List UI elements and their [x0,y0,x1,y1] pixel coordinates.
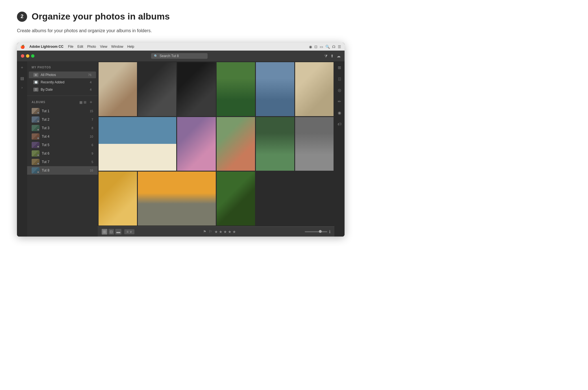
album-item-tut7[interactable]: Tut 7 5 [27,158,98,166]
sidebar-divider [27,96,98,96]
albums-list-icon[interactable]: ⊞ [84,100,86,104]
menu-photo[interactable]: Photo [87,45,96,49]
add-icon[interactable]: ＋ [19,64,25,71]
star-3[interactable]: ★ [223,229,227,234]
brush-icon[interactable]: ✏ [336,98,343,105]
star-1[interactable]: ★ [214,229,218,234]
star-2[interactable]: ★ [219,229,223,234]
main-content: ⊞ ⊟ ▬ ≡ ∨ ⚑ ⚐ ★ ★ ★ ★ ★ [98,61,334,237]
square-view-icon[interactable]: ⊟ [108,229,114,235]
sidebar-item-by-date[interactable]: ☰ By Date 4 [29,86,96,93]
sidebar-item-recently-added[interactable]: 🕐 Recently Added 4 [29,79,96,86]
photo-cell-3[interactable] [177,62,215,116]
tag-icon[interactable]: 🏷 [336,121,343,127]
minimize-button[interactable] [26,54,29,58]
album-badge-tut1 [37,112,39,114]
cloud-icon[interactable]: ☁ [337,54,341,58]
album-badge-tut5 [37,146,39,148]
photo-cell-12[interactable] [99,172,137,226]
traffic-lights [21,54,34,58]
photo-cell-2[interactable] [138,62,176,116]
photo-cell-6[interactable] [295,62,334,116]
album-item-tut3[interactable]: Tut 3 8 [27,124,98,132]
menu-edit[interactable]: Edit [77,45,83,49]
photo-cell-1[interactable] [99,62,137,116]
bottom-view-icons: ⊞ ⊟ ▬ [102,229,121,235]
bottom-center: ⚑ ⚐ ★ ★ ★ ★ ★ [137,229,302,234]
by-date-count: 4 [90,88,92,91]
album-item-tut1[interactable]: Tut 1 15 [27,107,98,115]
recently-added-label: Recently Added [41,80,88,84]
album-badge-tut7 [37,162,39,165]
list-menu-icon: ☰ [338,45,341,49]
share-icon[interactable]: ⬆ [330,54,334,58]
album-thumb-tut8 [32,167,40,174]
bottom-right: ℹ [305,229,330,234]
filter-icon[interactable]: ⧩ [324,54,328,58]
album-item-tut4[interactable]: Tut 4 10 [27,132,98,141]
album-badge-tut2 [37,120,39,122]
photo-cell-7[interactable] [99,117,176,171]
maximize-button[interactable] [31,54,34,58]
right-panel: ⊞ ⌹ ◎ ✏ ◉ 🏷 [334,61,345,237]
albums-grid-icon[interactable]: ▦ [79,100,82,104]
menu-window[interactable]: Window [111,45,123,49]
star-rating: ★ ★ ★ ★ ★ [214,229,236,234]
crop-icon[interactable]: ⌹ [336,75,343,82]
photo-cell-10[interactable] [256,117,294,171]
title-bar: 🔍 Search Tut 8 ⧩ ⬆ ☁ [17,51,345,61]
star-5[interactable]: ★ [232,229,236,234]
photo-cell-9[interactable] [217,117,255,171]
album-item-tut5[interactable]: Tut 5 6 [27,141,98,149]
album-item-tut8[interactable]: Tut 8 16 [27,166,98,175]
wifi2-icon: ☊ [332,45,336,49]
search-input-wrap[interactable]: 🔍 Search Tut 8 [151,53,208,59]
screen-icon: ⊡ [314,45,317,49]
grid-view-icon[interactable]: ⊞ [102,229,107,235]
album-name-tut3: Tut 3 [42,126,89,130]
photo-cell-4[interactable] [217,62,255,116]
album-name-tut8: Tut 8 [42,168,88,172]
album-item-tut6[interactable]: Tut 6 9 [27,149,98,158]
healing-icon[interactable]: ◎ [336,87,343,94]
flag-icon-2[interactable]: ⚐ [209,229,212,234]
album-thumb-tut4 [32,133,40,140]
recently-added-icon: 🕐 [33,80,38,84]
album-count-tut4: 10 [90,135,93,138]
menu-help[interactable]: Help [127,45,134,49]
album-item-tut2[interactable]: Tut 2 7 [27,115,98,124]
photo-cell-8[interactable] [177,117,215,171]
detail-view-icon[interactable]: ▬ [115,229,121,235]
album-thumb-tut2 [32,116,40,123]
close-button[interactable] [21,54,24,58]
expand-arrow-icon[interactable]: › [21,86,23,90]
star-4[interactable]: ★ [228,229,232,234]
mac-menu-bar: 🍎 Adobe Lightroom CC File Edit Photo Vie… [17,43,345,51]
page-subtitle: Create albums for your photos and organi… [17,27,571,34]
album-name-tut6: Tut 6 [42,151,89,155]
albums-header: ALBUMS ▦ ⊞ ＋ [27,98,98,107]
sort-button[interactable]: ≡ ∨ [124,229,134,234]
flag-icon-1[interactable]: ⚑ [203,229,206,234]
radial-icon[interactable]: ◉ [336,109,343,116]
album-count-tut8: 16 [90,169,93,172]
adjustments-icon[interactable]: ⊞ [336,64,343,71]
library-icon[interactable]: ▤ [19,75,25,82]
menu-file[interactable]: File [68,45,73,49]
photo-cell-11[interactable] [295,117,334,171]
photo-cell-13[interactable] [138,172,215,226]
photo-cell-14[interactable] [217,172,255,226]
info-icon[interactable]: ℹ [329,229,330,234]
photo-cell-5[interactable] [256,62,294,116]
album-count-tut3: 8 [92,126,93,130]
album-badge-tut4 [37,137,39,139]
page-header: 2 Organize your photos in albums [17,11,571,22]
album-count-tut5: 6 [92,143,93,147]
app-window: 🍎 Adobe Lightroom CC File Edit Photo Vie… [17,43,345,237]
zoom-slider[interactable] [305,231,327,232]
search-menu-icon[interactable]: 🔍 [325,45,330,49]
albums-add-icon[interactable]: ＋ [89,99,93,105]
album-thumb-tut7 [32,159,40,165]
menu-view[interactable]: View [100,45,107,49]
sidebar-item-all-photos[interactable]: ⊞ All Photos 76 [29,72,96,78]
